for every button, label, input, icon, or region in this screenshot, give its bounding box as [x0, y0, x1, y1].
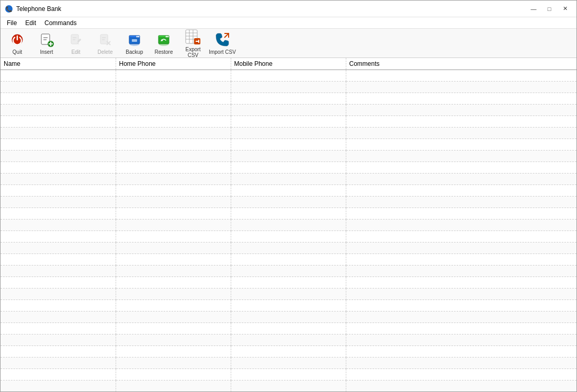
table-cell: [116, 369, 231, 381]
table-cell: [116, 277, 231, 289]
table-cell: [1, 105, 116, 116]
insert-button[interactable]: Insert: [33, 31, 60, 56]
table-cell: [346, 208, 576, 220]
table-row[interactable]: [1, 185, 576, 197]
table-row[interactable]: [1, 243, 576, 254]
table-row[interactable]: [1, 300, 576, 312]
edit-label: Edit: [71, 49, 80, 55]
table-row[interactable]: [1, 277, 576, 289]
table-row[interactable]: [1, 335, 576, 346]
table-row[interactable]: [1, 151, 576, 162]
minimize-button[interactable]: —: [526, 4, 541, 14]
table-row[interactable]: [1, 381, 576, 392]
table-cell: [1, 346, 116, 358]
table-cell: [231, 151, 346, 162]
table-row[interactable]: [1, 82, 576, 93]
table-cell: [1, 128, 116, 139]
svg-point-23: [138, 36, 140, 38]
edit-button[interactable]: Edit: [62, 31, 89, 56]
table-cell: [346, 312, 576, 323]
table-row[interactable]: [1, 208, 576, 220]
table-cell: [346, 197, 576, 208]
table-cell: [116, 70, 231, 82]
menu-edit[interactable]: Edit: [21, 18, 40, 28]
table-cell: [116, 289, 231, 300]
table-row[interactable]: [1, 266, 576, 277]
table-row[interactable]: [1, 128, 576, 139]
table-cell: [231, 358, 346, 369]
table-cell: [346, 266, 576, 277]
table-cell: [1, 174, 116, 185]
table-row[interactable]: [1, 105, 576, 116]
table-cell: [1, 197, 116, 208]
table-row[interactable]: [1, 369, 576, 381]
table-cell: [116, 151, 231, 162]
table-cell: [116, 254, 231, 266]
table-body: [1, 70, 576, 392]
table-row[interactable]: [1, 197, 576, 208]
table-row[interactable]: [1, 174, 576, 185]
table-cell: [231, 243, 346, 254]
table-cell: [116, 162, 231, 174]
table-row[interactable]: [1, 346, 576, 358]
table-row[interactable]: [1, 93, 576, 105]
table-cell: [116, 82, 231, 93]
table-cell: [346, 323, 576, 335]
table-row[interactable]: [1, 220, 576, 231]
svg-rect-24: [132, 39, 137, 42]
table-cell: [116, 300, 231, 312]
restore-button[interactable]: Restore: [150, 31, 177, 56]
table-cell: [346, 105, 576, 116]
table-cell: [231, 289, 346, 300]
table-cell: [1, 116, 116, 128]
menu-file[interactable]: File: [3, 18, 21, 28]
table-cell: [346, 151, 576, 162]
table-row[interactable]: [1, 139, 576, 151]
table-row[interactable]: [1, 231, 576, 243]
table-cell: [231, 266, 346, 277]
svg-point-28: [166, 36, 167, 38]
menu-bar: File Edit Commands: [1, 17, 576, 29]
table-cell: [1, 231, 116, 243]
table-area: Name Home Phone Mobile Phone Comments: [1, 58, 576, 391]
maximize-button[interactable]: □: [542, 4, 557, 14]
table-cell: [231, 312, 346, 323]
backup-button[interactable]: Backup: [121, 31, 148, 56]
table-cell: [346, 220, 576, 231]
table-cell: [116, 174, 231, 185]
table-row[interactable]: [1, 254, 576, 266]
table-cell: [1, 323, 116, 335]
import-csv-button[interactable]: Import CSV: [209, 31, 236, 56]
delete-button[interactable]: Delete: [92, 31, 119, 56]
menu-commands[interactable]: Commands: [40, 18, 81, 28]
export-csv-button[interactable]: Export CSV: [179, 31, 207, 56]
table-cell: [346, 162, 576, 174]
backup-label: Backup: [126, 49, 143, 55]
table-cell: [116, 197, 231, 208]
table-row[interactable]: [1, 70, 576, 82]
table-row[interactable]: [1, 116, 576, 128]
table-cell: [1, 335, 116, 346]
table-cell: [346, 128, 576, 139]
restore-label: Restore: [154, 49, 173, 55]
app-icon: 📞: [5, 5, 13, 13]
table-cell: [346, 139, 576, 151]
table-cell: [116, 139, 231, 151]
table-cell: [346, 82, 576, 93]
close-button[interactable]: ✕: [558, 4, 572, 14]
window-controls: — □ ✕: [526, 4, 572, 14]
table-cell: [1, 208, 116, 220]
table-cell: [231, 116, 346, 128]
table-cell: [231, 162, 346, 174]
table-cell: [231, 208, 346, 220]
table-cell: [346, 93, 576, 105]
table-row[interactable]: [1, 289, 576, 300]
table-cell: [231, 220, 346, 231]
table-row[interactable]: [1, 323, 576, 335]
quit-button[interactable]: Quit: [4, 31, 31, 56]
table-row[interactable]: [1, 162, 576, 174]
table-row[interactable]: [1, 312, 576, 323]
table-cell: [1, 381, 116, 392]
table-row[interactable]: [1, 358, 576, 369]
table-cell: [231, 277, 346, 289]
